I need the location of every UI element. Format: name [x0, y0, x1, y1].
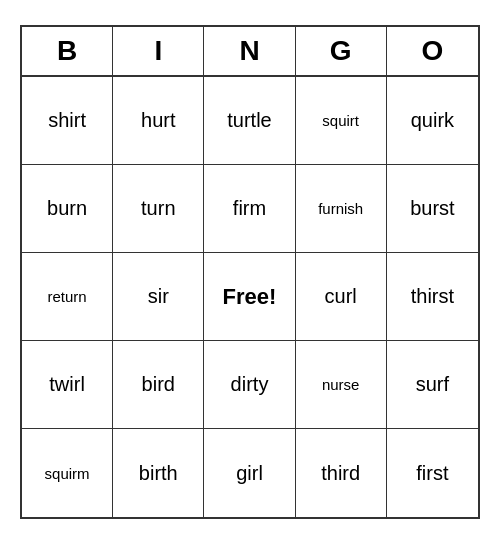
bingo-cell: sir — [113, 253, 204, 341]
bingo-cell: turtle — [204, 77, 295, 165]
bingo-cell: dirty — [204, 341, 295, 429]
bingo-cell: furnish — [296, 165, 387, 253]
bingo-cell: thirst — [387, 253, 478, 341]
bingo-cell: burst — [387, 165, 478, 253]
bingo-cell: birth — [113, 429, 204, 517]
bingo-cell: girl — [204, 429, 295, 517]
bingo-cell: shirt — [22, 77, 113, 165]
bingo-cell: curl — [296, 253, 387, 341]
bingo-header: BINGO — [22, 27, 478, 77]
bingo-cell: return — [22, 253, 113, 341]
bingo-cell: burn — [22, 165, 113, 253]
bingo-cell: firm — [204, 165, 295, 253]
header-letter: I — [113, 27, 204, 75]
header-letter: O — [387, 27, 478, 75]
bingo-grid: shirthurtturtlesquirtquirkburnturnfirmfu… — [22, 77, 478, 517]
header-letter: N — [204, 27, 295, 75]
bingo-cell: third — [296, 429, 387, 517]
bingo-cell: quirk — [387, 77, 478, 165]
bingo-cell: surf — [387, 341, 478, 429]
bingo-cell: bird — [113, 341, 204, 429]
bingo-cell: hurt — [113, 77, 204, 165]
bingo-cell: squirt — [296, 77, 387, 165]
bingo-cell: first — [387, 429, 478, 517]
header-letter: G — [296, 27, 387, 75]
bingo-cell: turn — [113, 165, 204, 253]
bingo-card: BINGO shirthurtturtlesquirtquirkburnturn… — [20, 25, 480, 519]
bingo-cell: twirl — [22, 341, 113, 429]
bingo-cell: squirm — [22, 429, 113, 517]
header-letter: B — [22, 27, 113, 75]
bingo-cell: nurse — [296, 341, 387, 429]
bingo-cell: Free! — [204, 253, 295, 341]
